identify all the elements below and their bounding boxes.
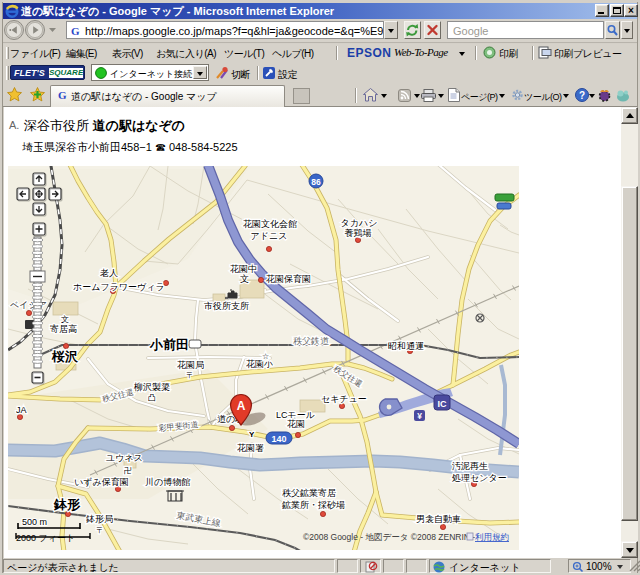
- svg-text:花園中: 花園中: [230, 264, 257, 274]
- svg-text:秩父鉄道: 秩父鉄道: [293, 336, 329, 346]
- svg-text:凸: 凸: [148, 393, 156, 402]
- svg-text:養鶏場: 養鶏場: [345, 228, 372, 238]
- svg-text:A: A: [237, 399, 246, 413]
- svg-text:小前田: 小前田: [149, 337, 189, 352]
- svg-text:花園局: 花園局: [177, 360, 204, 370]
- svg-text:タカハシ: タカハシ: [341, 218, 378, 228]
- svg-text:86: 86: [311, 177, 321, 187]
- svg-text:桜沢: 桜沢: [51, 349, 79, 364]
- svg-text:花園保育園: 花園保育園: [266, 274, 311, 284]
- svg-text:文: 文: [61, 315, 69, 324]
- svg-text:Y: Y: [249, 430, 255, 439]
- svg-text:文: 文: [240, 274, 249, 284]
- svg-text:男衾自動車: 男衾自動車: [416, 514, 461, 524]
- svg-text:汚泥再生: 汚泥再生: [452, 461, 488, 471]
- svg-text:500 m: 500 m: [22, 517, 47, 527]
- svg-text:IC: IC: [438, 399, 448, 409]
- svg-text:柳沢製簗: 柳沢製簗: [133, 382, 170, 392]
- svg-text:利用規約: 利用規約: [475, 532, 509, 542]
- svg-text:鉢形: 鉢形: [53, 497, 81, 512]
- svg-text:¥: ¥: [417, 411, 422, 421]
- svg-text:☆: ☆: [262, 352, 269, 361]
- svg-text:140: 140: [271, 434, 286, 444]
- svg-text:花園: 花園: [287, 419, 305, 429]
- svg-text:処理センター: 処理センター: [452, 473, 507, 483]
- svg-text:昭和通運: 昭和通運: [388, 341, 424, 351]
- svg-text:鉱業所・採砂場: 鉱業所・採砂場: [281, 500, 345, 510]
- svg-text:花園文化会館: 花園文化会館: [243, 219, 297, 229]
- svg-text:©2008 Google - 地図データ ©2008 ZEN: ©2008 Google - 地図データ ©2008 ZENRIN -: [303, 532, 475, 542]
- svg-text:寄居高: 寄居高: [50, 324, 77, 334]
- svg-text:〒: 〒: [96, 526, 104, 535]
- svg-text:いずみ保育園: いずみ保育園: [74, 477, 129, 487]
- svg-text:川の博物館: 川の博物館: [145, 477, 190, 487]
- svg-text:セキチュー: セキチュー: [321, 394, 367, 404]
- svg-text:秩父鉱業寄居: 秩父鉱業寄居: [282, 488, 336, 498]
- svg-text:ユウネス: ユウネス: [106, 453, 143, 463]
- svg-text:市役所支所: 市役所支所: [204, 301, 249, 311]
- svg-text:2000 フィート: 2000 フィート: [16, 533, 75, 543]
- svg-text:老人: 老人: [100, 268, 118, 278]
- svg-text:卍: 卍: [124, 466, 132, 475]
- svg-text:〒: 〒: [186, 371, 194, 380]
- svg-text:花園署: 花園署: [237, 443, 264, 453]
- svg-text:鉢形局: 鉢形局: [86, 514, 113, 524]
- svg-text:?: ?: [579, 90, 585, 101]
- svg-text:JA: JA: [16, 405, 27, 415]
- svg-text:アドニス: アドニス: [251, 231, 288, 241]
- svg-text:ホームフラワーヴィラ: ホームフラワーヴィラ: [73, 282, 165, 292]
